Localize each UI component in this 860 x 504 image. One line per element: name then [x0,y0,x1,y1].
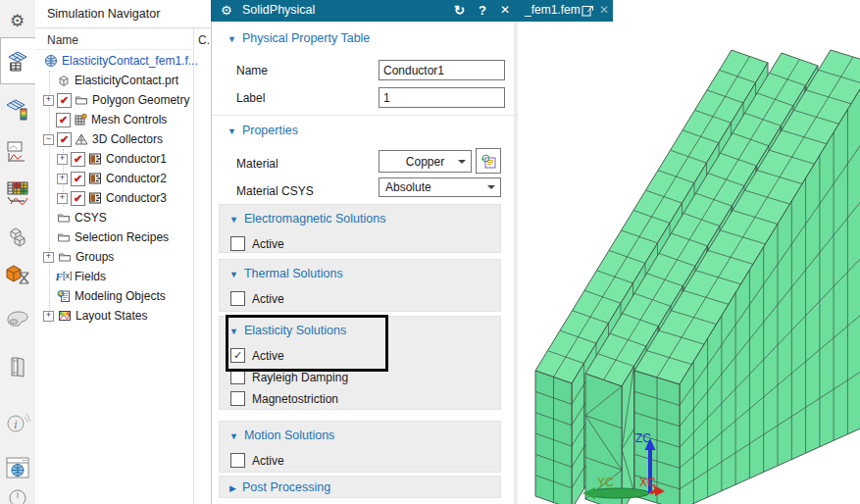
info-icon: i [4,410,31,437]
expander-plus-icon[interactable]: + [57,174,68,184]
dialog-title: SolidPhysical [242,3,315,17]
toolbar-library-books[interactable] [0,345,34,388]
left-toolbar: ⚙ [0,0,36,504]
modified-doc-icon[interactable] [582,4,594,20]
solution-box-elasticity-solutions: ▼Elasticity Solutions✓ActiveRayleigh Dam… [219,316,501,410]
expander-plus-icon[interactable]: + [43,311,54,322]
section-header[interactable]: ▼Electromagnetic Solutions [229,212,385,226]
toolbar-simulation-navigator[interactable] [0,37,36,84]
toolbar-fixture-clamp[interactable] [0,296,34,339]
checkbox-label: Active [252,237,284,251]
checkbox-row: Active [230,453,284,468]
checkbox-label: Magnetostriction [252,392,338,406]
expander-plus-icon[interactable]: + [57,193,68,204]
dialog-close-button[interactable]: ✕ [500,3,510,17]
tree-item-selection-recipes[interactable]: Selection Recipes [35,227,211,247]
gear-icon: ⚙ [10,11,25,31]
toolbar-settings-gear[interactable]: ⚙ [0,2,34,39]
toolbar-post-processing-navigator[interactable] [0,90,34,127]
toolbar-solution-monitor[interactable] [0,175,34,212]
triad-z-label: ZC [635,431,651,445]
checkbox-unchecked[interactable] [230,236,245,251]
checkbox-unchecked[interactable] [230,391,245,406]
checkbox-unchecked[interactable] [230,291,245,306]
expander-plus-icon[interactable]: + [43,95,54,106]
3d-mesh-view: ZCYCXC [518,22,860,504]
expander-plus-icon[interactable]: + [57,154,68,165]
checkbox-unchecked[interactable] [230,453,245,468]
material-dropdown[interactable]: Copper [379,150,472,173]
checkbox-checked[interactable]: ✓ [230,348,245,363]
toolbar-parts-blocks[interactable] [0,218,34,255]
section-properties[interactable]: ▼Properties [228,124,298,137]
toolbar-history-clock[interactable] [0,486,34,504]
toolbar-physical-material[interactable] [0,253,34,296]
expand-triangle-icon: ▶ [229,483,236,493]
tree-item-elasticitycontact-prt[interactable]: ElasticityContact.prt [35,71,211,90]
tree-item-layout-states[interactable]: +Layout States [35,306,211,326]
checkbox-row: Magnetostriction [230,391,338,406]
graphics-viewport[interactable]: ZCYCXC [518,22,860,504]
modeling-icon [56,289,72,303]
web-browser-icon [4,454,31,481]
label-input[interactable] [379,87,505,108]
folder-icon [57,250,73,264]
collapse-triangle-icon: ▼ [229,270,238,279]
tree-checkbox-checked[interactable]: ✔ [56,113,71,127]
tree-item-label: Conductor3 [106,191,167,205]
checkbox-unchecked[interactable] [230,370,245,384]
tree-item-label: Polygon Geometry [92,93,189,107]
toolbar-info[interactable]: i [0,402,34,445]
section-title: Elasticity Solutions [244,324,346,337]
checkbox-label: Rayleigh Damping [252,371,348,384]
section-header[interactable]: ▼Thermal Solutions [229,267,343,280]
tree-item-mesh-controls[interactable]: ✔Mesh Controls [35,110,211,129]
expander-plus-icon[interactable]: + [43,252,54,263]
tree-item-3d-collectors[interactable]: −✔3D Collectors [35,129,211,149]
tree-item-fields[interactable]: F[x]Fields [35,267,211,286]
post-processing-navigator-icon [5,96,30,122]
tree-checkbox-checked[interactable]: ✔ [71,152,85,167]
section-header[interactable]: ▶Post Processing [229,480,330,494]
tree-item-conductor2[interactable]: +✔Conductor2 [35,169,211,188]
section-title: Electromagnetic Solutions [244,212,386,226]
tree-item-label: Layout States [76,309,147,323]
tree-item-csys[interactable]: CSYS [35,208,211,227]
section-header[interactable]: ▼Motion Solutions [229,428,334,442]
tree-item-groups[interactable]: +Groups [35,247,211,267]
tree-checkbox-checked[interactable]: ✔ [57,93,72,108]
triad-y-label: YC [597,476,614,489]
file-tab[interactable]: _fem1.fem [525,3,581,17]
toolbar-xy-function-navigator[interactable] [0,133,34,171]
tab-close-button[interactable]: ✕ [599,3,609,17]
tree-checkbox-checked[interactable]: ✔ [71,172,85,186]
tree-item-conductor3[interactable]: +✔Conductor3 [35,188,211,208]
collapse-triangle-icon: ▼ [228,126,236,136]
toolbar-web-browser[interactable] [0,447,34,488]
tree-item-conductor1[interactable]: +✔Conductor1 [35,149,211,169]
tree-checkbox-checked[interactable]: ✔ [71,191,85,206]
blocks-icon [6,225,29,248]
collapse-triangle-icon: ▼ [229,431,238,441]
choose-material-button[interactable] [476,148,501,174]
section-physical-property-table[interactable]: ▼Physical Property Table [228,31,370,45]
expander-minus-icon[interactable]: − [43,134,54,145]
dialog-gear-icon: ⚙ [221,3,232,18]
section-header[interactable]: ▼Elasticity Solutions [229,324,346,337]
section-title: Thermal Solutions [244,267,343,280]
tree-item-modeling-objects[interactable]: Modeling Objects [35,286,211,306]
material-csys-dropdown[interactable]: Absolute [379,177,501,197]
tree-checkbox-checked[interactable]: ✔ [57,132,72,147]
tree-item-label: Modeling Objects [75,289,166,303]
tree-item-elasticitycontact-fem1-f[interactable]: ElasticityContact_fem1.f... [35,51,211,71]
reset-button[interactable]: ↻ [454,3,465,18]
name-input[interactable] [379,60,505,80]
tree-item-polygon-geometry[interactable]: +✔Polygon Geometry [35,90,211,110]
column-header-c[interactable]: C. [198,33,210,47]
collapse-triangle-icon: ▼ [229,327,238,336]
name-label: Name [236,64,268,77]
help-button[interactable]: ? [479,3,486,18]
tree-item-label: Groups [76,250,114,264]
checkbox-row: Active [230,236,284,251]
column-header-name[interactable]: Name [47,33,78,47]
